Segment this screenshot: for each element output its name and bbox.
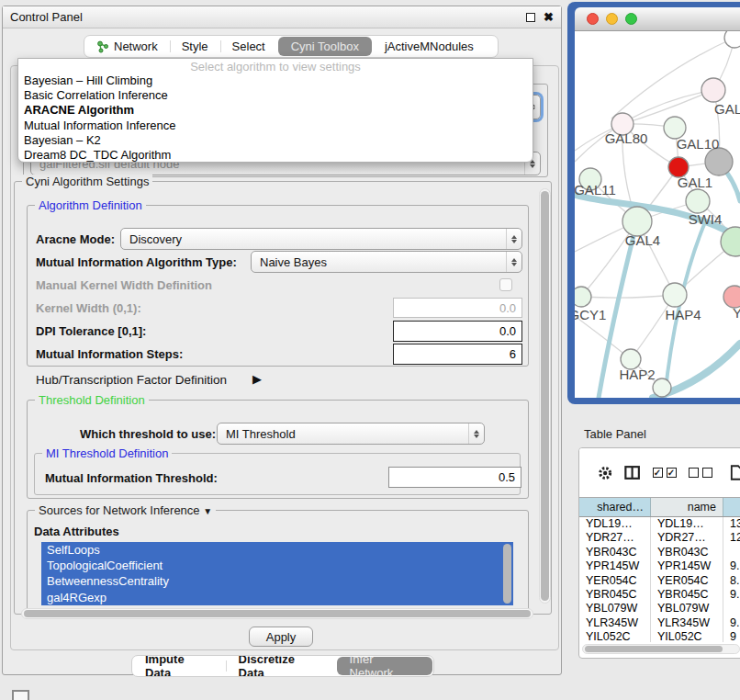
mi-algorithm-type-combobox[interactable]: Naive Bayes — [251, 251, 522, 273]
bottom-tabbar: Impute Data Discretize Data Infer Networ… — [131, 655, 434, 677]
kernel-width-field: 0.0 — [393, 298, 522, 318]
column-header-name[interactable]: name — [651, 498, 723, 516]
settings-horizontal-scrollbar[interactable] — [21, 608, 533, 619]
group-title: Threshold Definition — [35, 393, 149, 407]
network-node-labels: GAL GAL80 GAL10 GAL1 GAL11 SWI4 GAL4 GCY… — [575, 101, 740, 382]
node[interactable] — [701, 78, 725, 102]
manual-kernel-width-label: Manual Kernel Width Definition — [36, 278, 212, 292]
deselect-all-checkboxes-icon[interactable] — [689, 468, 712, 478]
table-row[interactable]: YLR345W YLR345W 9. — [579, 616, 740, 630]
list-item[interactable]: BetweennessCentrality — [41, 573, 513, 589]
node-hap4[interactable] — [663, 283, 687, 307]
node[interactable] — [724, 31, 740, 48]
node-gray[interactable] — [705, 148, 733, 175]
combo-stepper-icon — [468, 423, 484, 444]
table-row[interactable]: YER054C YER054C 8. — [579, 574, 740, 588]
minimize-window-icon[interactable] — [606, 13, 618, 25]
tab-select[interactable]: Select — [220, 36, 277, 57]
mi-threshold-label: Mutual Information Threshold: — [45, 471, 218, 485]
restore-panel-icon[interactable] — [12, 690, 29, 700]
popup-item[interactable]: Basic Correlation Inference — [18, 88, 533, 103]
mi-threshold-field[interactable]: 0.5 — [388, 467, 521, 488]
algorithm-dropdown-popup: Select algorithm to view settings Bayesi… — [17, 58, 533, 163]
table-header-row: shared… name — [579, 497, 740, 517]
network-view-window[interactable]: GAL GAL80 GAL10 GAL1 GAL11 SWI4 GAL4 GCY… — [567, 2, 740, 404]
mi-steps-field[interactable]: 6 — [393, 344, 522, 365]
tab-style[interactable]: Style — [170, 36, 220, 57]
table-row[interactable]: YPR145W YPR145W 9. — [579, 559, 740, 573]
control-panel-titlebar: Control Panel ✖ — [3, 6, 561, 28]
control-panel-tabbar: Network Style Select Cyni Toolbox jActiv… — [84, 35, 499, 58]
tab-impute-data[interactable]: Impute Data — [132, 656, 226, 676]
network-canvas[interactable]: GAL GAL80 GAL10 GAL1 GAL11 SWI4 GAL4 GCY… — [575, 31, 740, 398]
new-document-icon[interactable] — [730, 464, 740, 481]
table-toolbar: ✓✓ — [579, 448, 740, 497]
tab-network[interactable]: Network — [84, 36, 170, 57]
popup-item-selected[interactable]: ARACNE Algorithm — [18, 103, 533, 118]
application-window: Control Panel ✖ Network Style Select Cyn… — [0, 0, 740, 700]
select-all-checkboxes-icon[interactable]: ✓✓ — [653, 468, 677, 478]
table-horizontal-scrollbar[interactable] — [582, 644, 740, 654]
popup-placeholder: Select algorithm to view settings — [18, 60, 533, 73]
collapsed-arrow-icon[interactable]: ▶ — [252, 372, 262, 386]
node[interactable] — [653, 378, 671, 397]
close-window-icon[interactable] — [587, 13, 599, 25]
table-body: YDL19… YDL19… 13 YDR27… YDR27… 12 YBR043… — [579, 517, 740, 642]
node-gal1[interactable] — [686, 189, 710, 213]
network-icon — [96, 40, 109, 53]
float-panel-icon[interactable] — [526, 13, 535, 22]
zoom-window-icon[interactable] — [625, 13, 637, 25]
list-scrollbar[interactable] — [503, 544, 511, 604]
settings-vertical-scrollbar[interactable] — [539, 188, 551, 604]
dpi-tolerance-field[interactable]: 0.0 — [393, 321, 522, 342]
table-row[interactable]: YDR27… YDR27… 12 — [579, 531, 740, 545]
split-columns-icon[interactable] — [624, 465, 640, 480]
data-attributes-list[interactable]: SelfLoops TopologicalCoefficient Between… — [41, 542, 513, 605]
node-label: Y — [733, 305, 740, 321]
gear-icon[interactable] — [598, 465, 612, 481]
manual-kernel-width-checkbox[interactable] — [499, 278, 512, 291]
control-panel: Control Panel ✖ Network Style Select Cyn… — [2, 6, 562, 675]
expanded-arrow-icon[interactable]: ▼ — [203, 506, 212, 516]
panel-title: Control Panel — [10, 10, 83, 24]
hub-section-label[interactable]: Hub/Transcription Factor Definition — [36, 373, 227, 387]
apply-button[interactable]: Apply — [249, 627, 313, 647]
column-header-clipped[interactable] — [723, 498, 740, 516]
node-label: GCY1 — [575, 307, 606, 322]
popup-item[interactable]: Bayesian – K2 — [18, 133, 533, 148]
column-header-shared-name[interactable]: shared… — [579, 498, 651, 516]
aracne-mode-combobox[interactable]: Discovery — [120, 228, 522, 250]
node-label: HAP2 — [619, 367, 655, 382]
node-gcy1[interactable] — [575, 287, 591, 307]
node-label: GAL4 — [625, 232, 660, 248]
table-row[interactable]: YDL19… YDL19… 13 — [579, 517, 740, 531]
mi-algorithm-type-label: Mutual Information Algorithm Type: — [36, 255, 237, 269]
combo-stepper-icon — [506, 252, 521, 272]
close-panel-icon[interactable]: ✖ — [544, 13, 554, 22]
dpi-tolerance-label: DPI Tolerance [0,1]: — [36, 324, 146, 338]
tab-discretize-data[interactable]: Discretize Data — [226, 656, 336, 676]
table-row[interactable]: YIL052C YIL052C 9 — [579, 630, 740, 642]
popup-item[interactable]: Bayesian – Hill Climbing — [18, 73, 533, 88]
node-label: GAL10 — [677, 136, 720, 152]
data-attributes-label: Data Attributes — [34, 525, 119, 538]
tab-cyni-toolbox[interactable]: Cyni Toolbox — [278, 37, 372, 56]
group-title: Sources for Network Inference ▼ — [35, 503, 216, 517]
table-panel: ✓✓ shared… name YDL19… YDL19… 13 YDR27… … — [578, 447, 740, 659]
table-row[interactable]: YBL079W YBL079W — [579, 602, 740, 615]
tab-jactivemnodules[interactable]: jActiveMNodules — [373, 36, 486, 57]
which-threshold-combobox[interactable]: MI Threshold — [217, 423, 485, 445]
popup-item[interactable]: Dream8 DC_TDC Algorithm — [18, 148, 533, 163]
list-item[interactable]: TopologicalCoefficient — [41, 558, 513, 573]
node-label: SWI4 — [689, 211, 723, 227]
list-item[interactable]: SelfLoops — [41, 542, 513, 558]
popup-item[interactable]: Mutual Information Inference — [18, 119, 533, 133]
table-row[interactable]: YBR045C YBR045C 9. — [579, 588, 740, 602]
node-label: GAL80 — [605, 130, 648, 146]
list-item[interactable]: gal4RGexp — [41, 590, 513, 605]
node-label: GAL11 — [575, 182, 616, 198]
tab-label: Network — [114, 40, 158, 53]
table-row[interactable]: YBR043C YBR043C — [579, 546, 740, 559]
tab-infer-network[interactable]: Infer Network — [337, 657, 432, 675]
table-panel-title: Table Panel — [584, 427, 646, 441]
